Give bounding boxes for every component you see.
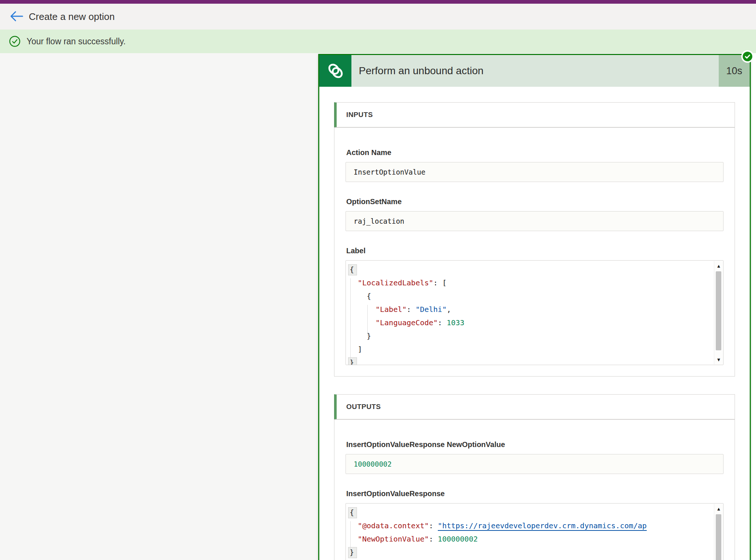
indent-guide: [367, 305, 368, 337]
outputs-section-body: InsertOptionValueResponse NewOptionValue…: [334, 419, 735, 560]
response-json-content: { "@odata.context": "https://rajeevdevel…: [346, 506, 714, 560]
page-title: Create a new option: [29, 11, 115, 23]
label-json-field: Label { "LocalizedLabels": [ { "Label": …: [346, 247, 724, 365]
canvas-background: [0, 53, 318, 560]
optionset-field: OptionSetName raj_location: [346, 197, 724, 231]
response-json-editor[interactable]: { "@odata.context": "https://rajeevdevel…: [346, 503, 724, 560]
banner-message: Your flow ran successfully.: [27, 37, 126, 47]
arrow-left-icon: [9, 11, 23, 23]
indent-guide: [350, 521, 351, 551]
label-field-label: Label: [346, 247, 724, 255]
outputs-section: OUTPUTS InsertOptionValueResponse NewOpt…: [334, 394, 735, 560]
outputs-section-label: OUTPUTS: [346, 403, 381, 411]
back-button[interactable]: [9, 9, 24, 24]
response-label: InsertOptionValueResponse: [346, 489, 724, 498]
new-option-value-field: InsertOptionValueResponse NewOptionValue…: [346, 440, 724, 474]
vertical-scrollbar[interactable]: ▲ ▼: [714, 261, 723, 364]
response-json-field: InsertOptionValueResponse { "@odata.cont…: [346, 489, 724, 560]
optionset-value: raj_location: [346, 211, 724, 231]
status-success-badge: [741, 50, 754, 63]
success-check-icon: [9, 35, 21, 47]
dataverse-connector-icon: [319, 55, 351, 87]
label-json-content: { "LocalizedLabels": [ { "Label": "Delhi…: [346, 263, 714, 365]
scroll-up-arrow[interactable]: ▲: [714, 262, 723, 270]
optionset-label: OptionSetName: [346, 197, 724, 206]
action-name-value: InsertOptionValue: [346, 162, 724, 182]
action-card-body: INPUTS Action Name InsertOptionValue Opt…: [319, 87, 750, 560]
outputs-section-header: OUTPUTS: [334, 394, 735, 419]
scrollbar-thumb[interactable]: [716, 514, 721, 560]
scroll-up-arrow[interactable]: ▲: [714, 505, 723, 513]
brand-topbar: [0, 0, 756, 4]
new-option-value-label: InsertOptionValueResponse NewOptionValue: [346, 440, 724, 449]
action-card: Perform an unbound action 10s INPUTS Act…: [318, 54, 751, 560]
inputs-section-body: Action Name InsertOptionValue OptionSetN…: [334, 127, 735, 377]
scrollbar-thumb[interactable]: [716, 271, 721, 350]
label-json-editor[interactable]: { "LocalizedLabels": [ { "Label": "Delhi…: [346, 260, 724, 365]
action-name-field: Action Name InsertOptionValue: [346, 148, 724, 182]
vertical-scrollbar[interactable]: ▲ ▼: [714, 504, 723, 560]
inputs-section-header: INPUTS: [334, 102, 735, 127]
inputs-section: INPUTS Action Name InsertOptionValue Opt…: [334, 102, 735, 377]
flow-run-page: Create a new option Your flow ran succes…: [0, 0, 756, 560]
action-card-header[interactable]: Perform an unbound action 10s: [319, 55, 750, 87]
inputs-section-label: INPUTS: [346, 111, 373, 119]
scroll-down-arrow[interactable]: ▼: [714, 355, 723, 364]
action-title: Perform an unbound action: [351, 55, 719, 87]
page-header: Create a new option: [0, 4, 756, 30]
new-option-value: 100000002: [346, 454, 724, 474]
indent-guide: [350, 278, 351, 365]
action-name-label: Action Name: [346, 148, 724, 157]
success-banner: Your flow ran successfully.: [0, 30, 756, 53]
